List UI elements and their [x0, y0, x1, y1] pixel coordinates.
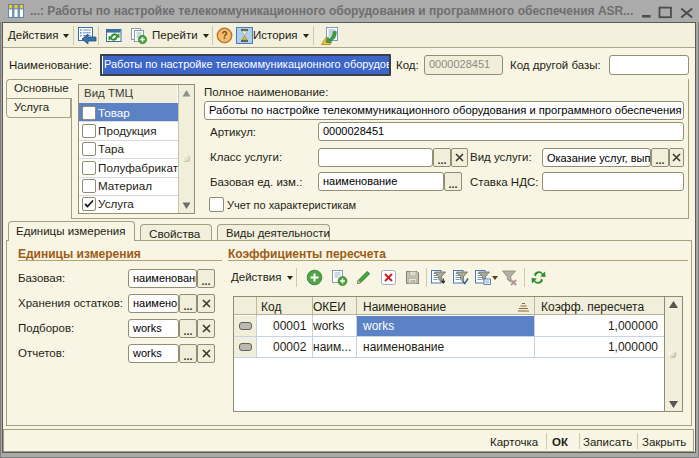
svg-text:?: ?: [221, 30, 227, 41]
svg-text:ОК: ОК: [410, 279, 416, 284]
